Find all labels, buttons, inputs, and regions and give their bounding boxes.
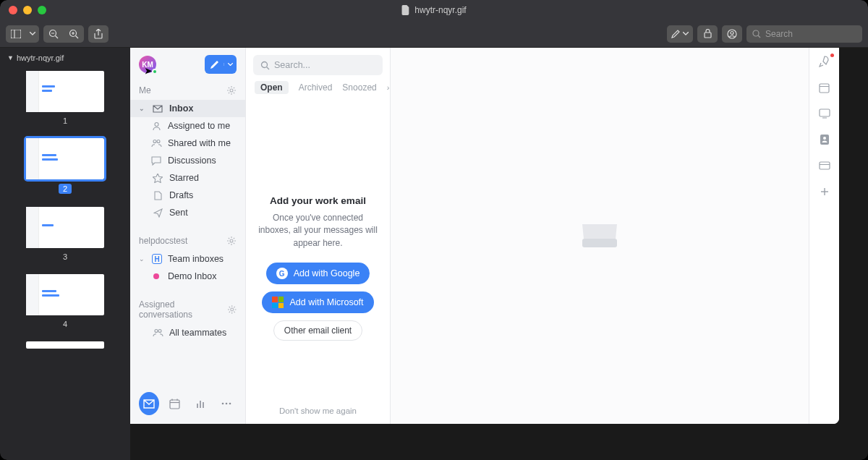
sidebar-item-team-inboxes[interactable]: ⌄ H Team inboxes: [130, 250, 245, 268]
empty-state: Add your work email Once you've connecte…: [246, 94, 390, 398]
compose-icon: [205, 60, 224, 69]
mail-view-button[interactable]: [139, 392, 159, 415]
section-assigned: Assigned conversations: [130, 295, 245, 324]
maximize-window-button[interactable]: [38, 6, 46, 14]
compose-dropdown[interactable]: [224, 63, 237, 66]
search-icon: [260, 61, 270, 70]
close-window-button[interactable]: [9, 6, 17, 14]
svg-rect-37: [820, 109, 830, 116]
analytics-view-button[interactable]: [191, 392, 211, 415]
svg-point-16: [153, 140, 156, 143]
thumbnail-file-header[interactable]: ▼ hwytr-nqyr.gif: [0, 51, 130, 65]
thumbnail-label: 4: [63, 320, 67, 328]
presence-dot: [152, 69, 158, 74]
calendar-icon[interactable]: [818, 81, 831, 94]
zoom-out-button[interactable]: [43, 25, 64, 43]
right-rail: [809, 48, 839, 424]
microsoft-icon: [272, 297, 284, 308]
tabs-row: Open Archived Snoozed ›: [246, 81, 390, 94]
add-microsoft-button[interactable]: Add with Microsoft: [262, 291, 373, 313]
empty-title: Add your work email: [270, 195, 366, 206]
svg-point-18: [230, 239, 233, 242]
add-google-button[interactable]: G Add with Google: [266, 263, 370, 284]
svg-rect-0: [11, 30, 21, 38]
svg-line-3: [56, 35, 59, 38]
svg-point-30: [226, 403, 228, 405]
tab-open[interactable]: Open: [255, 81, 289, 94]
gear-icon[interactable]: [227, 304, 237, 315]
compose-button[interactable]: [205, 55, 237, 74]
svg-point-15: [155, 122, 158, 126]
zoom-in-button[interactable]: [64, 25, 84, 43]
message-detail: [391, 48, 809, 424]
sidebar-item-inbox[interactable]: ⌄ Inbox: [130, 100, 245, 117]
gear-icon[interactable]: [226, 236, 237, 246]
contact-icon[interactable]: [818, 133, 831, 146]
people-icon: [150, 139, 162, 148]
profile-button[interactable]: [722, 25, 742, 43]
avatar[interactable]: KM ➤: [139, 56, 156, 73]
notification-dot: [830, 54, 834, 57]
svg-rect-34: [582, 239, 617, 247]
document-icon: [401, 5, 410, 15]
google-icon: G: [276, 268, 288, 279]
share-button[interactable]: [88, 25, 109, 43]
tab-snoozed[interactable]: Snoozed: [342, 81, 376, 94]
sidebar-toggle-button[interactable]: [6, 25, 26, 43]
svg-point-32: [262, 61, 268, 67]
sidebar-dropdown-button[interactable]: [26, 25, 39, 43]
lock-button[interactable]: [697, 25, 718, 43]
sidebar-item-shared-with-me[interactable]: Shared with me: [130, 135, 245, 152]
dont-show-link[interactable]: Don't show me again: [246, 398, 390, 424]
rocket-icon[interactable]: [818, 55, 831, 68]
thumbnail-1[interactable]: 1: [0, 71, 130, 125]
thumbnail-label: 3: [63, 252, 67, 261]
more-button[interactable]: [216, 392, 237, 415]
sidebar-item-sent[interactable]: Sent: [130, 204, 245, 221]
nav-label: Sent: [169, 208, 188, 218]
svg-point-21: [158, 330, 161, 333]
other-email-button[interactable]: Other email client: [273, 320, 362, 341]
sidebar-item-demo-inbox[interactable]: Demo Inbox: [130, 268, 245, 285]
gear-icon[interactable]: [226, 85, 237, 95]
star-icon: [152, 174, 163, 183]
calendar-view-button[interactable]: [165, 392, 185, 415]
svg-point-31: [229, 403, 231, 405]
sidebar-item-drafts[interactable]: Drafts: [130, 187, 245, 204]
chevron-down-icon: ⌄: [139, 255, 146, 263]
titlebar: hwytr-nqyr.gif: [0, 0, 868, 20]
thumbnail-3[interactable]: 3: [0, 207, 130, 261]
thumbnail-panel: ▼ hwytr-nqyr.gif 1 2 3 4: [0, 48, 130, 460]
empty-subtitle: Once you've connected inboxes, all your …: [258, 212, 378, 250]
tab-archived[interactable]: Archived: [299, 81, 333, 94]
app-sidebar: KM ➤: [130, 48, 246, 424]
inbox-tray-icon: [579, 221, 620, 250]
nav-label: Starred: [169, 173, 199, 183]
window-title: hwytr-nqyr.gif: [401, 5, 466, 15]
svg-point-40: [823, 137, 826, 140]
chevron-right-icon[interactable]: ›: [387, 83, 390, 92]
svg-point-19: [230, 308, 233, 311]
nav-label: Shared with me: [168, 138, 231, 148]
minimize-window-button[interactable]: [23, 6, 32, 14]
toolbar-search[interactable]: Search: [746, 25, 862, 43]
sidebar-item-discussions[interactable]: Discussions: [130, 152, 245, 169]
svg-rect-41: [820, 162, 830, 169]
add-icon[interactable]: [818, 185, 831, 198]
team-icon: H: [152, 254, 162, 264]
thumbnail-2[interactable]: 2: [0, 138, 130, 194]
nav-label: Team inboxes: [168, 254, 224, 264]
sidebar-item-assigned-to-me[interactable]: Assigned to me: [130, 117, 245, 135]
sidebar-item-starred[interactable]: Starred: [130, 169, 245, 187]
search-input[interactable]: Search...: [253, 55, 383, 75]
sidebar-item-all-teammates[interactable]: All teammates: [130, 324, 245, 341]
thumbnail-4[interactable]: 4: [0, 274, 130, 328]
svg-point-17: [157, 140, 160, 143]
screen-icon[interactable]: [818, 107, 831, 120]
document-icon: [152, 191, 163, 200]
card-icon[interactable]: [818, 159, 831, 172]
thumbnail-5-partial[interactable]: [0, 341, 130, 349]
status-dot-icon: [153, 273, 159, 279]
message-list-column: Search... Open Archived Snoozed › Add yo…: [246, 48, 391, 424]
markup-button[interactable]: [667, 25, 693, 43]
